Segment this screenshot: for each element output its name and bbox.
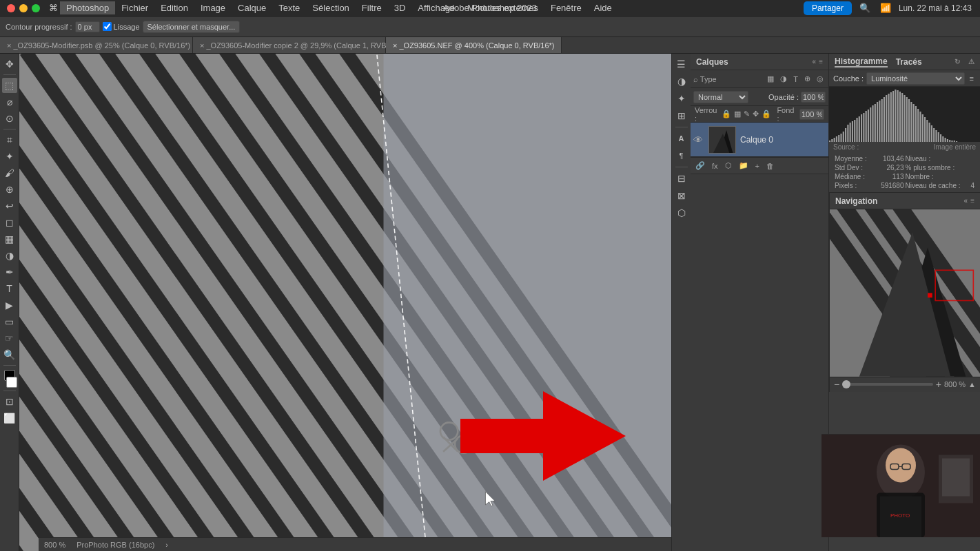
lock-transparent-icon[interactable]: ▦ bbox=[734, 110, 741, 118]
tool-separator-1 bbox=[3, 74, 16, 75]
menu-photoshop[interactable]: Photoshop bbox=[60, 1, 115, 14]
add-style-btn[interactable]: fx bbox=[710, 161, 720, 171]
properties-icon[interactable]: ☰ bbox=[674, 56, 689, 72]
lasso-tool[interactable]: ⌀ bbox=[2, 94, 17, 110]
background-color[interactable] bbox=[6, 377, 17, 388]
hand-tool[interactable]: ☞ bbox=[2, 331, 17, 346]
filter-adjust-btn[interactable]: ◑ bbox=[778, 74, 789, 84]
hist-menu-btn[interactable]: ≡ bbox=[968, 74, 976, 83]
lock-all-icon[interactable]: 🔒 bbox=[762, 110, 771, 118]
styles-icon[interactable]: ✦ bbox=[674, 91, 689, 106]
canvas-area[interactable]: 800 % ProPhoto RGB (16bpc) › bbox=[19, 54, 671, 551]
selection-tool[interactable]: ⬚ bbox=[2, 78, 17, 93]
text-tool[interactable]: T bbox=[2, 281, 17, 296]
menu-3d[interactable]: 3D bbox=[388, 1, 412, 14]
svg-rect-80 bbox=[933, 128, 935, 142]
menu-fichier[interactable]: Fichier bbox=[115, 1, 154, 14]
layers-menu-btn[interactable]: ≡ bbox=[819, 58, 823, 65]
apple-icon[interactable]: ⌘ bbox=[47, 3, 60, 13]
delete-layer-btn[interactable]: 🗑 bbox=[764, 161, 776, 171]
blend-mode-select[interactable]: Normal Multiplier Écran bbox=[693, 91, 748, 103]
lock-icon[interactable]: 🔒 bbox=[722, 110, 731, 118]
filter-text-btn[interactable]: T bbox=[791, 74, 800, 84]
contour-input[interactable] bbox=[75, 21, 100, 32]
std-dev-value: 26,23 bbox=[886, 164, 904, 171]
menu-fenetre[interactable]: Fenêtre bbox=[544, 1, 588, 14]
align-icon[interactable]: ⊟ bbox=[674, 171, 689, 186]
tab-1[interactable]: × _OZ93605-Modifier copie 2 @ 29,9% (Cal… bbox=[193, 37, 386, 53]
svg-rect-68 bbox=[906, 97, 908, 142]
lock-position-icon[interactable]: ✥ bbox=[753, 110, 759, 118]
quick-mask-tool[interactable]: ⊡ bbox=[2, 394, 17, 409]
opacity-input[interactable] bbox=[801, 92, 826, 103]
nav-menu-btn[interactable]: ≡ bbox=[970, 197, 974, 205]
quick-select-tool[interactable]: ⊙ bbox=[2, 111, 17, 126]
menu-filtre[interactable]: Filtre bbox=[356, 1, 388, 14]
navigation-thumbnail[interactable] bbox=[830, 209, 980, 377]
nav-zoom-in-icon[interactable]: + bbox=[936, 379, 941, 390]
tab-2[interactable]: × _OZ93605.NEF @ 400% (Calque 0, RVB/16*… bbox=[386, 37, 562, 53]
menu-aide[interactable]: Aide bbox=[588, 1, 618, 14]
traces-tab[interactable]: Tracés bbox=[896, 57, 922, 67]
menu-selection[interactable]: Sélection bbox=[306, 1, 355, 14]
char-icon[interactable]: A bbox=[674, 131, 689, 146]
tab-0-label: × _OZ93605-Modifier.psb @ 25% (Calque 0,… bbox=[7, 41, 190, 50]
menu-texte[interactable]: Texte bbox=[272, 1, 306, 14]
nav-collapse-btn[interactable]: « bbox=[964, 197, 968, 205]
shape-tool[interactable]: ▭ bbox=[2, 314, 17, 329]
select-mask-button[interactable]: Sélectionner et masquer... bbox=[143, 21, 241, 33]
close-button[interactable] bbox=[7, 4, 15, 12]
filter-pixel-btn[interactable]: ▦ bbox=[765, 74, 776, 84]
paragraph-icon[interactable]: ¶ bbox=[674, 148, 689, 163]
new-group-btn[interactable]: 📁 bbox=[737, 160, 751, 171]
zoom-tool[interactable]: 🔍 bbox=[2, 347, 17, 362]
layer-eye-icon[interactable]: 👁 bbox=[693, 134, 703, 145]
status-bar: 800 % ProPhoto RGB (16bpc) › bbox=[39, 537, 671, 551]
nav-zoom-expand-icon[interactable]: ▲ bbox=[968, 380, 976, 388]
pen-tool[interactable]: ✒ bbox=[2, 264, 17, 280]
menu-edition[interactable]: Edition bbox=[154, 1, 194, 14]
menu-calque[interactable]: Calque bbox=[232, 1, 272, 14]
adjustments-icon[interactable]: ◑ bbox=[674, 74, 689, 89]
export-icon[interactable]: ⊠ bbox=[674, 188, 689, 203]
search-icon[interactable]: 🔍 bbox=[857, 3, 872, 13]
lissage-checkbox[interactable] bbox=[103, 22, 112, 31]
layers-collapse-btn[interactable]: « bbox=[813, 58, 817, 65]
brush-tool[interactable]: 🖌 bbox=[2, 165, 17, 180]
svg-rect-79 bbox=[931, 125, 932, 142]
libraries-icon[interactable]: ⊞ bbox=[674, 108, 689, 123]
nav-zoom-out-icon[interactable]: − bbox=[834, 379, 839, 390]
pixels-value: 591680 bbox=[881, 182, 904, 189]
nav-zoom-slider[interactable] bbox=[842, 383, 933, 386]
add-mask-btn[interactable]: ⬡ bbox=[723, 160, 734, 171]
history-brush-tool[interactable]: ↩ bbox=[2, 198, 17, 214]
filter-toggle-btn[interactable]: ◎ bbox=[815, 74, 826, 84]
gradient-tool[interactable]: ▦ bbox=[2, 231, 17, 247]
screen-mode-tool[interactable]: ⬜ bbox=[2, 410, 17, 426]
hist-refresh-btn[interactable]: ↻ bbox=[955, 58, 960, 65]
dodge-tool[interactable]: ◑ bbox=[2, 248, 17, 263]
3d-icon[interactable]: ⬡ bbox=[674, 205, 689, 220]
crop-tool[interactable]: ⌗ bbox=[2, 132, 17, 147]
filter-smart-btn[interactable]: ⊕ bbox=[802, 74, 813, 84]
move-tool[interactable]: ✥ bbox=[2, 56, 17, 72]
maximize-button[interactable] bbox=[32, 4, 40, 12]
window-controls bbox=[0, 4, 47, 12]
spot-heal-tool[interactable]: ✦ bbox=[2, 149, 17, 164]
new-layer-btn[interactable]: + bbox=[753, 161, 762, 171]
minimize-button[interactable] bbox=[19, 4, 28, 12]
share-button[interactable]: Partager bbox=[804, 1, 852, 15]
channel-select[interactable]: Luminosité RVB Rouge Vert Bleu bbox=[866, 72, 965, 85]
lock-image-icon[interactable]: ✎ bbox=[744, 110, 750, 118]
fill-input[interactable] bbox=[799, 109, 824, 120]
svg-rect-72 bbox=[915, 106, 917, 142]
path-select-tool[interactable]: ▶ bbox=[2, 298, 17, 313]
tab-0[interactable]: × _OZ93605-Modifier.psb @ 25% (Calque 0,… bbox=[0, 37, 193, 53]
eraser-tool[interactable]: ◻ bbox=[2, 215, 17, 230]
layer-row-0[interactable]: 👁 Calque 0 bbox=[691, 123, 828, 157]
link-layers-btn[interactable]: 🔗 bbox=[693, 160, 707, 171]
svg-rect-87 bbox=[949, 140, 950, 142]
clone-tool[interactable]: ⊕ bbox=[2, 182, 17, 197]
menu-image[interactable]: Image bbox=[194, 1, 232, 14]
status-arrow[interactable]: › bbox=[165, 541, 168, 549]
